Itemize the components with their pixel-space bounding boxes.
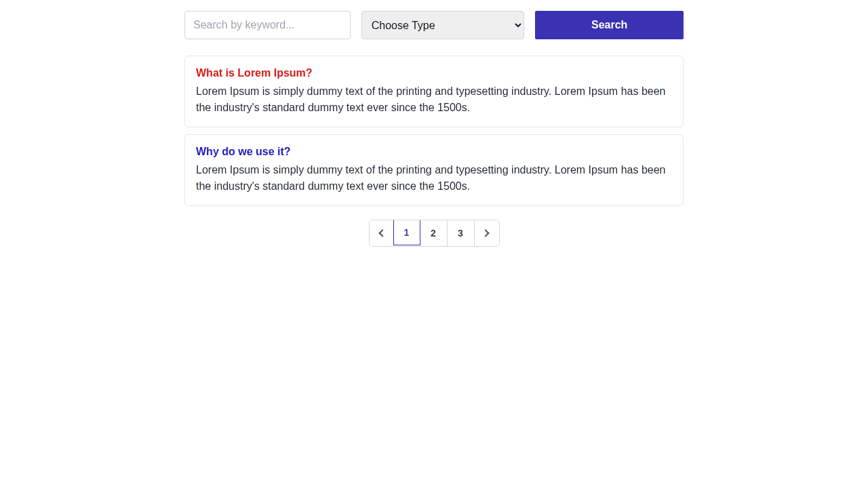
page-number-1[interactable]: 1 [393,220,420,245]
page-list: 1 2 3 [369,220,500,247]
chevron-left-icon [378,229,386,237]
search-button[interactable]: Search [535,11,684,39]
result-body: Lorem Ipsum is simply dummy text of the … [196,162,672,195]
search-bar: Choose Type Search [184,11,684,39]
result-title-link[interactable]: What is Lorem Ipsum? [196,67,672,79]
type-select[interactable]: Choose Type [361,11,525,39]
result-title-link[interactable]: Why do we use it? [196,146,672,158]
page-prev-button[interactable] [370,220,394,246]
page-next-button[interactable] [475,220,499,246]
result-card: Why do we use it? Lorem Ipsum is simply … [184,134,684,206]
result-card: What is Lorem Ipsum? Lorem Ipsum is simp… [184,56,684,127]
page-number-2[interactable]: 2 [420,220,448,246]
result-body: Lorem Ipsum is simply dummy text of the … [196,83,672,116]
chevron-right-icon [481,229,489,237]
page-number-3[interactable]: 3 [448,220,475,246]
search-input[interactable] [184,11,351,39]
pagination: 1 2 3 [184,220,684,247]
